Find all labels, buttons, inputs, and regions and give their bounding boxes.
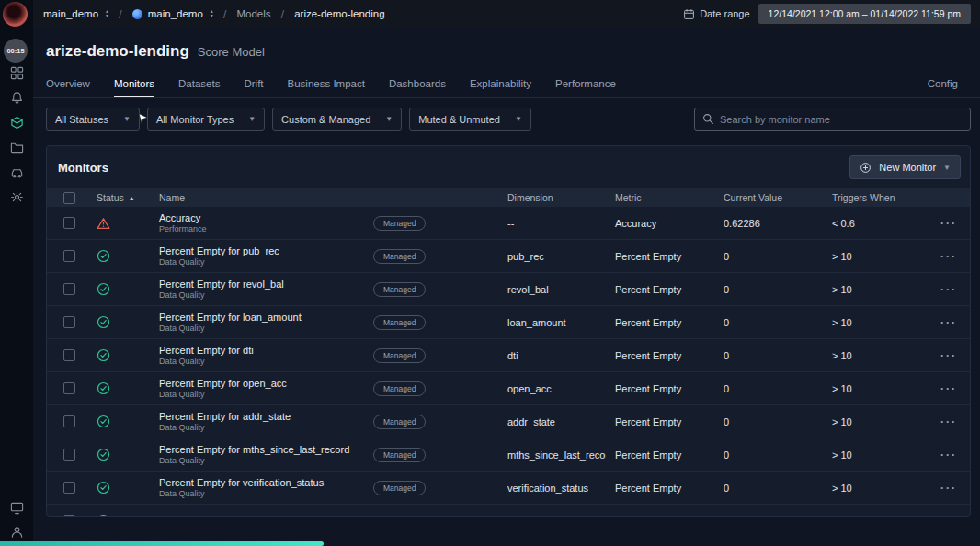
triggers-when: > 10 bbox=[823, 350, 928, 361]
car-icon[interactable] bbox=[10, 165, 24, 179]
row-checkbox[interactable] bbox=[63, 349, 75, 361]
table-row[interactable]: Percent Empty for addr_state Data Qualit… bbox=[47, 405, 970, 438]
user-icon[interactable] bbox=[10, 525, 24, 539]
table-row[interactable]: Percent Empty for pub_rec Data Quality M… bbox=[47, 240, 970, 273]
topbar: main_demo ▴▾ / main_demo ▴▾ / Models / a… bbox=[33, 0, 980, 28]
grid-icon[interactable] bbox=[10, 66, 24, 80]
row-checkbox[interactable] bbox=[63, 515, 75, 517]
monitor-category: Data Quality bbox=[159, 258, 205, 267]
more-actions-button[interactable]: ··· bbox=[940, 217, 957, 230]
more-actions-button[interactable]: ··· bbox=[940, 382, 957, 395]
status-icon bbox=[97, 315, 110, 329]
table-row[interactable]: Percent Empty for revol_bal Data Quality… bbox=[47, 273, 970, 306]
table-row[interactable]: Percent Empty for open_acc Data Quality … bbox=[47, 372, 970, 405]
tab-explainability[interactable]: Explainability bbox=[470, 78, 531, 97]
more-actions-button[interactable]: ··· bbox=[940, 482, 957, 495]
managed-filter-dropdown[interactable]: Custom & Managed▼ bbox=[272, 108, 402, 131]
current-value: 0 bbox=[714, 317, 823, 328]
status-icon bbox=[97, 448, 110, 461]
gear-icon[interactable] bbox=[10, 190, 24, 204]
org-selector[interactable]: main_demo ▴▾ bbox=[43, 8, 108, 19]
row-checkbox[interactable] bbox=[63, 283, 75, 295]
new-monitor-button[interactable]: New Monitor ▼ bbox=[849, 155, 961, 179]
monitor-category: Data Quality bbox=[159, 424, 205, 432]
tab-monitors[interactable]: Monitors bbox=[114, 78, 154, 97]
page-title: arize-demo-lending bbox=[46, 42, 189, 61]
tab-dashboards[interactable]: Dashboards bbox=[389, 78, 446, 97]
monitor-name[interactable]: Percent Empty for loan_amount bbox=[159, 313, 302, 323]
current-value: 0 bbox=[714, 251, 823, 262]
monitor-name[interactable]: Accuracy bbox=[159, 213, 200, 223]
tab-business-impact[interactable]: Business Impact bbox=[288, 78, 365, 97]
more-actions-button[interactable]: ··· bbox=[940, 449, 957, 461]
triggers-when: > 10 bbox=[823, 383, 928, 394]
triggers-when: < 0.6 bbox=[823, 218, 928, 229]
monitor-name[interactable]: Percent Empty for dti bbox=[159, 346, 254, 356]
more-actions-button[interactable]: ··· bbox=[940, 283, 957, 296]
breadcrumb-model-name: arize-demo-lending bbox=[294, 8, 384, 19]
monitor-type-filter-dropdown[interactable]: All Monitor Types▼ bbox=[147, 108, 265, 131]
monitor-name[interactable]: Percent Empty for addr_state bbox=[159, 412, 291, 422]
row-checkbox[interactable] bbox=[63, 415, 75, 427]
table-row[interactable]: Percent Empty for verification_status Da… bbox=[47, 472, 970, 505]
dimension-value: loan_amount bbox=[498, 317, 606, 328]
status-filter-dropdown[interactable]: All Statuses▼ bbox=[46, 108, 140, 131]
row-checkbox[interactable] bbox=[63, 217, 75, 229]
recording-timer[interactable]: 00:15 bbox=[4, 39, 28, 63]
arize-logo[interactable] bbox=[3, 2, 28, 27]
package-icon[interactable] bbox=[10, 116, 24, 130]
muted-filter-dropdown[interactable]: Muted & Unmuted▼ bbox=[409, 108, 531, 131]
filter-bar: All Statuses▼ All Monitor Types▼ Custom … bbox=[33, 98, 980, 131]
more-actions-button[interactable]: ··· bbox=[940, 415, 957, 428]
row-checkbox[interactable] bbox=[63, 382, 75, 394]
dimension-value: verification_status bbox=[498, 483, 606, 494]
metric-value: Accuracy bbox=[606, 218, 714, 229]
tab-config[interactable]: Config bbox=[928, 78, 958, 97]
breadcrumb-separator: / bbox=[281, 7, 285, 21]
row-checkbox[interactable] bbox=[63, 316, 75, 328]
more-actions-button[interactable]: ··· bbox=[940, 349, 957, 362]
chevron-down-icon: ▼ bbox=[123, 115, 131, 123]
table-row[interactable]: Percent Empty for dti Data Quality Manag… bbox=[47, 339, 970, 372]
space-selector[interactable]: main_demo ▴▾ bbox=[132, 8, 213, 19]
managed-badge: Managed bbox=[373, 282, 426, 297]
more-actions-button[interactable]: ··· bbox=[940, 316, 957, 329]
monitor-name[interactable]: Model Drift for verification_status bbox=[159, 515, 306, 517]
table-row[interactable]: Model Drift for verification_status ··· bbox=[47, 505, 970, 517]
dimension-value: revol_bal bbox=[498, 284, 606, 295]
plus-circle-icon bbox=[860, 162, 872, 174]
tab-overview[interactable]: Overview bbox=[46, 78, 90, 97]
search-input[interactable] bbox=[720, 114, 963, 125]
column-header-status[interactable]: Status▲ bbox=[89, 192, 155, 203]
monitor-name[interactable]: Percent Empty for pub_rec bbox=[159, 246, 279, 256]
tab-datasets[interactable]: Datasets bbox=[178, 78, 220, 97]
monitor-name[interactable]: Percent Empty for open_acc bbox=[159, 379, 287, 389]
table-row[interactable]: Percent Empty for loan_amount Data Quali… bbox=[47, 306, 970, 339]
space-avatar bbox=[132, 9, 142, 19]
managed-badge: Managed bbox=[373, 216, 426, 231]
tab-drift[interactable]: Drift bbox=[244, 78, 263, 97]
more-actions-button[interactable]: ··· bbox=[940, 250, 957, 263]
managed-badge: Managed bbox=[373, 381, 426, 396]
desktop-icon[interactable] bbox=[10, 501, 24, 515]
monitor-name[interactable]: Percent Empty for revol_bal bbox=[159, 279, 284, 290]
breadcrumb-models[interactable]: Models bbox=[236, 8, 270, 19]
row-checkbox[interactable] bbox=[63, 482, 75, 494]
monitor-name[interactable]: Percent Empty for mths_since_last_record bbox=[159, 445, 349, 455]
monitor-category: Data Quality bbox=[159, 490, 205, 498]
table-row[interactable]: Percent Empty for mths_since_last_record… bbox=[47, 438, 970, 472]
main-content: arize-demo-lending Score Model Overview … bbox=[33, 28, 980, 546]
bell-icon[interactable] bbox=[10, 91, 24, 105]
triggers-when: > 10 bbox=[823, 317, 928, 328]
tab-performance[interactable]: Performance bbox=[555, 78, 616, 97]
monitor-name[interactable]: Percent Empty for verification_status bbox=[159, 478, 324, 488]
date-range-value[interactable]: 12/14/2021 12:00 am – 01/14/2022 11:59 p… bbox=[758, 4, 971, 24]
more-actions-button[interactable]: ··· bbox=[940, 515, 957, 518]
org-name: main_demo bbox=[43, 8, 98, 19]
folder-icon[interactable] bbox=[10, 141, 24, 154]
select-all-checkbox[interactable] bbox=[63, 192, 75, 204]
row-checkbox[interactable] bbox=[63, 449, 75, 461]
row-checkbox[interactable] bbox=[63, 250, 75, 262]
table-row[interactable]: Accuracy Performance Managed -- Accuracy… bbox=[47, 207, 970, 240]
dimension-value: open_acc bbox=[498, 383, 606, 394]
